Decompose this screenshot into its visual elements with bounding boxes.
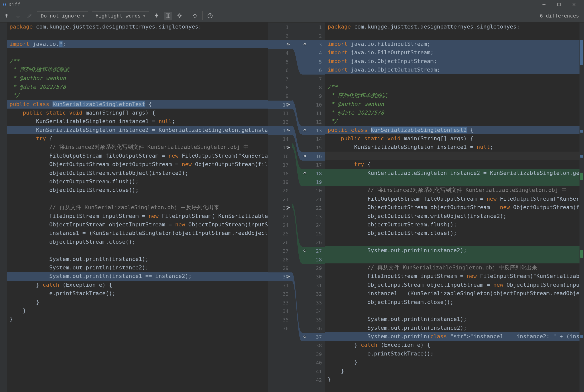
code-line[interactable]: FileInputStream inputStream = new FileIn… <box>325 272 579 280</box>
line-number[interactable]: 6 <box>302 66 325 75</box>
line-number[interactable]: 5 <box>302 58 325 66</box>
code-line[interactable]: } <box>325 375 579 384</box>
code-line[interactable]: objectInputStream.close(); <box>325 298 579 306</box>
close-button[interactable] <box>566 0 581 9</box>
accept-change-icon[interactable]: « <box>303 41 306 47</box>
line-number[interactable]: 19 <box>268 178 292 186</box>
code-line[interactable]: */ <box>325 117 579 126</box>
line-number[interactable]: 31 <box>302 281 325 290</box>
line-number[interactable]: 28 <box>302 255 325 264</box>
line-number[interactable]: 23 <box>302 212 325 221</box>
line-number[interactable]: 11 <box>268 109 292 118</box>
code-line[interactable]: // 再从文件 KunSerializableSingleton.obj 中反序… <box>325 263 579 272</box>
code-line[interactable]: KunSerializableSingleton instance2 = Kun… <box>325 169 579 177</box>
code-line[interactable]: KunSerializableSingleton instance1 = nul… <box>325 143 579 151</box>
code-line[interactable]: public static void main(String[] args) { <box>325 134 579 143</box>
line-number[interactable]: 24 <box>302 221 325 229</box>
code-line[interactable]: /** <box>325 83 579 91</box>
code-line[interactable] <box>325 74 579 83</box>
line-number[interactable]: 26 <box>302 238 325 247</box>
right-marker-strip[interactable] <box>579 23 584 392</box>
code-line[interactable] <box>325 152 579 160</box>
code-line[interactable]: instance1 = (KunSerializableSingleton)ob… <box>325 289 579 298</box>
code-line[interactable]: // 将instance2对象系列化写到文件 KunSerializableSi… <box>325 186 579 194</box>
code-line[interactable]: public static void main(String[] args) { <box>7 109 268 117</box>
code-line[interactable]: e.printStackTrace(); <box>325 349 579 358</box>
line-number[interactable]: 18 <box>268 169 292 178</box>
error-stripe-marker[interactable] <box>580 130 583 133</box>
maximize-button[interactable] <box>551 0 566 9</box>
code-line[interactable]: try { <box>325 160 579 169</box>
line-number[interactable]: 33 <box>302 298 325 307</box>
code-line[interactable]: objectOutputStream.flush(); <box>325 220 579 229</box>
code-line[interactable]: try { <box>7 134 268 143</box>
code-line[interactable]: System.out.println(instance1); <box>325 315 579 323</box>
line-number[interactable]: 2 <box>302 32 325 40</box>
accept-change-icon[interactable]: « <box>303 127 306 133</box>
line-number[interactable]: 2 <box>268 32 292 40</box>
code-line[interactable]: System.out.println(instance2); <box>325 246 579 255</box>
line-number[interactable]: 32 <box>302 290 325 298</box>
code-line[interactable]: package com.kungge.justtest.designpatter… <box>7 23 268 31</box>
code-line[interactable]: objectInputStream.close(); <box>7 238 268 246</box>
code-line[interactable]: instance1 = (KunSerializableSingleton)ob… <box>7 229 268 237</box>
code-line[interactable] <box>7 48 268 57</box>
line-number[interactable]: 29 <box>302 264 325 272</box>
code-line[interactable]: } catch (Exception e) { <box>325 341 579 349</box>
code-line[interactable]: * @date 2022/5/8 <box>7 83 268 91</box>
line-number[interactable]: 28 <box>268 255 292 264</box>
code-line[interactable]: ObjectOutputStream objectOutputStream = … <box>325 203 579 212</box>
line-number[interactable]: 26 <box>268 238 292 247</box>
line-number[interactable]: 1 <box>302 23 325 32</box>
code-line[interactable]: e.printStackTrace(); <box>7 289 268 298</box>
collapse-unchanged-button[interactable] <box>153 12 161 20</box>
code-line[interactable]: System.out.println(instance2); <box>325 324 579 332</box>
code-line[interactable] <box>325 255 579 263</box>
code-line[interactable]: import java.io.*; <box>7 40 268 48</box>
line-number[interactable]: 11 <box>302 109 325 118</box>
accept-change-icon[interactable]: « <box>303 153 306 159</box>
line-number[interactable]: 12 <box>302 118 325 126</box>
prev-diff-button[interactable] <box>3 12 11 20</box>
code-line[interactable]: } <box>325 367 579 375</box>
code-line[interactable]: import java.io.FileInputStream; <box>325 40 579 48</box>
code-line[interactable]: System.out.println(instance1); <box>7 255 268 263</box>
code-line[interactable]: objectOutputStream.writeObject(instance2… <box>325 212 579 220</box>
line-number[interactable]: 10 <box>302 101 325 109</box>
code-line[interactable]: ObjectOutputStream objectOutputStream = … <box>7 160 268 169</box>
code-line[interactable]: ObjectInputStream objectInputStream = ne… <box>325 281 579 289</box>
code-line[interactable]: */ <box>7 91 268 100</box>
accept-change-icon[interactable]: « <box>303 247 306 253</box>
line-number[interactable]: 34 <box>268 307 292 315</box>
code-line[interactable]: package com.kungge.justtest.designpatter… <box>325 23 579 31</box>
code-line[interactable]: KunSerializableSingleton instance1 = nul… <box>7 117 268 126</box>
line-number[interactable]: 4 <box>302 49 325 57</box>
line-number[interactable]: 40 <box>302 358 325 367</box>
line-number[interactable]: 25 <box>302 229 325 238</box>
code-line[interactable]: System.out.println(class="str">"instance… <box>325 332 579 341</box>
code-line[interactable] <box>7 195 268 203</box>
line-number[interactable]: 5 <box>268 58 292 66</box>
code-line[interactable]: } <box>7 298 268 306</box>
code-line[interactable]: System.out.println(instance2); <box>7 263 268 272</box>
code-line[interactable]: // 再从文件 KunSerializableSingleton.obj 中反序… <box>7 203 268 212</box>
code-line[interactable]: /** <box>7 57 268 66</box>
line-number[interactable]: 35 <box>268 315 292 324</box>
line-number[interactable]: 14 <box>268 135 292 143</box>
code-line[interactable] <box>325 177 579 186</box>
code-line[interactable]: KunSerializableSingleton instance2 = Kun… <box>7 126 268 134</box>
line-number[interactable]: 17 <box>268 161 292 169</box>
line-number[interactable]: 41 <box>302 367 325 376</box>
line-number[interactable]: 8 <box>268 83 292 92</box>
line-number[interactable]: 36 <box>268 324 292 333</box>
line-number[interactable]: 7 <box>268 75 292 83</box>
line-number[interactable]: 39 <box>302 350 325 358</box>
line-number[interactable]: 34 <box>302 307 325 315</box>
line-number[interactable]: 15 <box>302 143 325 152</box>
code-line[interactable]: objectOutputStream.close(); <box>325 229 579 237</box>
accept-change-icon[interactable]: « <box>303 170 306 176</box>
code-line[interactable]: import java.io.ObjectInputStream; <box>325 57 579 66</box>
line-number[interactable]: 9 <box>268 92 292 100</box>
code-line[interactable]: FileInputStream inputStream = new FileIn… <box>7 212 268 220</box>
code-line[interactable]: public class KunSerializableSingletonTes… <box>325 126 579 134</box>
